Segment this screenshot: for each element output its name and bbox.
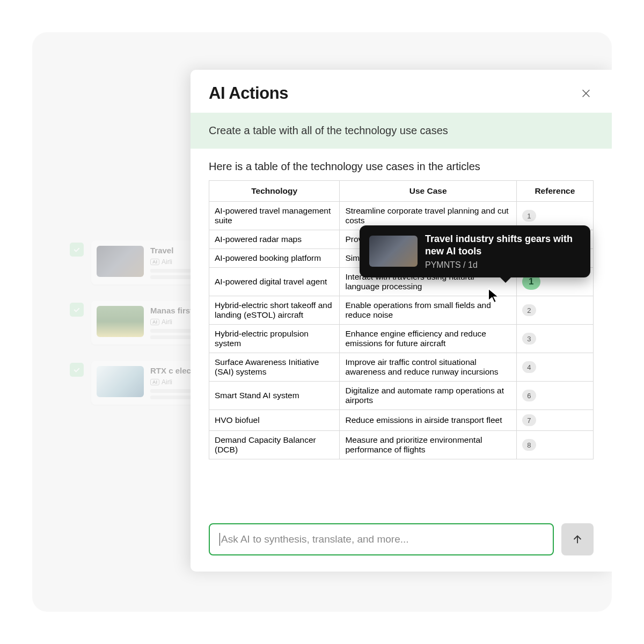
cell-usecase: Digitalize and automate ramp operations … (340, 382, 516, 410)
input-placeholder: Ask AI to synthesis, translate, and more… (221, 533, 409, 545)
ai-badge: AI (150, 259, 159, 265)
cell-reference: 7 (516, 410, 593, 431)
cell-reference: 4 (516, 353, 593, 382)
table-row: HVO biofuelReduce emissions in airside t… (209, 410, 594, 431)
cell-reference: 3 (516, 325, 593, 353)
reference-pill[interactable]: 7 (522, 414, 536, 426)
tooltip-title: Travel industry shifts gears with new AI… (425, 233, 581, 258)
cell-usecase: Enhance engine efficiency and reduce emi… (340, 325, 516, 353)
cell-technology: Demand Capacity Balancer (DCB) (209, 431, 340, 459)
cell-technology: HVO biofuel (209, 410, 340, 431)
tooltip-thumbnail (369, 236, 418, 267)
article-source: Airli (162, 318, 172, 326)
table-row: Demand Capacity Balancer (DCB)Measure an… (209, 431, 594, 459)
reference-pill[interactable]: 8 (522, 439, 536, 451)
cell-technology: AI-powered radar maps (209, 230, 340, 249)
reference-pill[interactable]: 1 (522, 210, 536, 222)
table-row: Surface Awareness Initiative (SAI) syste… (209, 353, 594, 382)
ai-badge: AI (150, 319, 159, 325)
table-row: Hybrid-electric propulsion systemEnhance… (209, 325, 594, 353)
cell-technology: AI-powered digital travel agent (209, 268, 340, 296)
ai-badge: AI (150, 379, 159, 385)
cell-usecase: Measure and prioritize environmental per… (340, 431, 516, 459)
app-canvas: Travel AIAirli Manas first gr AIAirli (32, 32, 612, 612)
modal-title: AI Actions (209, 84, 288, 103)
close-button[interactable] (579, 86, 594, 101)
cell-technology: AI-powered booking platform (209, 249, 340, 268)
reference-pill[interactable]: 3 (522, 333, 536, 345)
cell-usecase: Improve air traffic control situational … (340, 353, 516, 382)
article-source: Airli (162, 258, 172, 266)
article-thumbnail (97, 366, 144, 397)
response-area: Here is a table of the technology use ca… (191, 149, 612, 523)
reference-pill[interactable]: 4 (522, 361, 536, 373)
cell-technology: Hybrid-electric propulsion system (209, 325, 340, 353)
article-thumbnail (97, 246, 144, 277)
cell-usecase: Enable operations from small fields and … (340, 296, 516, 325)
arrow-up-icon (572, 533, 583, 545)
cell-reference: 6 (516, 382, 593, 410)
checkbox-checked-icon[interactable] (70, 243, 84, 257)
close-icon (580, 87, 592, 99)
input-row: Ask AI to synthesis, translate, and more… (191, 523, 612, 572)
article-source: Airli (162, 378, 172, 386)
user-prompt: Create a table with all of the technolog… (191, 113, 612, 149)
cell-reference: 2 (516, 296, 593, 325)
article-thumbnail (97, 306, 144, 337)
send-button[interactable] (561, 523, 594, 555)
cell-technology: Smart Stand AI system (209, 382, 340, 410)
cell-technology: Surface Awareness Initiative (SAI) syste… (209, 353, 340, 382)
response-intro: Here is a table of the technology use ca… (209, 160, 594, 173)
ask-ai-input[interactable]: Ask AI to synthesis, translate, and more… (209, 523, 554, 555)
reference-pill[interactable]: 2 (522, 304, 536, 316)
checkbox-checked-icon[interactable] (70, 363, 84, 377)
tooltip-source: PYMNTS / 1d (425, 260, 581, 270)
column-header-usecase: Use Case (340, 181, 516, 202)
technology-table: Technology Use Case Reference AI-powered… (209, 180, 594, 459)
cell-technology: AI-powered travel management suite (209, 202, 340, 230)
column-header-technology: Technology (209, 181, 340, 202)
table-row: Hybrid-electric short takeoff and landin… (209, 296, 594, 325)
column-header-reference: Reference (516, 181, 593, 202)
reference-pill[interactable]: 6 (522, 390, 536, 401)
reference-tooltip: Travel industry shifts gears with new AI… (360, 225, 590, 277)
cell-reference: 8 (516, 431, 593, 459)
checkbox-checked-icon[interactable] (70, 303, 84, 317)
cell-technology: Hybrid-electric short takeoff and landin… (209, 296, 340, 325)
modal-header: AI Actions (191, 70, 612, 113)
cell-usecase: Reduce emissions in airside transport fl… (340, 410, 516, 431)
ai-actions-modal: AI Actions Create a table with all of th… (191, 70, 612, 572)
table-row: Smart Stand AI systemDigitalize and auto… (209, 382, 594, 410)
